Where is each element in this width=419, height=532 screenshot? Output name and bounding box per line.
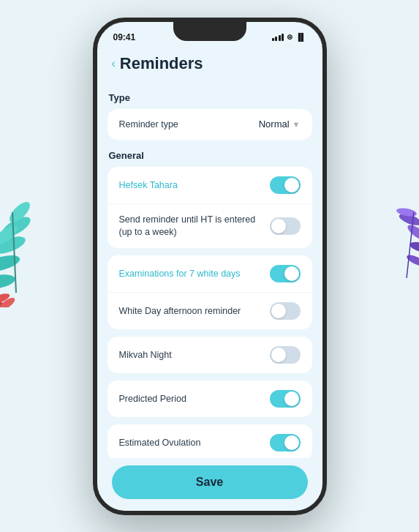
predicted-period-knob xyxy=(284,391,299,406)
page-title: Reminders xyxy=(120,54,203,73)
reminder-type-dropdown[interactable]: Normal ▼ xyxy=(259,119,301,130)
svg-line-6 xyxy=(12,212,16,293)
examinations-row: Examinations for 7 white days xyxy=(107,255,312,293)
svg-point-15 xyxy=(415,231,419,249)
send-reminder-label: Send reminder until HT is entered (up to… xyxy=(119,214,270,239)
status-time: 09:41 xyxy=(113,32,136,42)
phone-screen: 09:41 ⊜ ▐▌ ‹ Reminders Type Reminder typ… xyxy=(97,22,322,511)
predicted-period-card: Predicted Period xyxy=(107,381,312,417)
mikvah-night-label: Mikvah Night xyxy=(119,349,270,361)
general-card: Hefsek Tahara Send reminder until HT is … xyxy=(107,167,312,248)
examinations-toggle[interactable] xyxy=(270,265,301,282)
hefsek-tahara-knob xyxy=(284,178,299,192)
content-area[interactable]: Type Reminder type Normal ▼ General Hefs… xyxy=(97,82,322,511)
svg-point-12 xyxy=(409,240,419,255)
mikvah-night-row: Mikvah Night xyxy=(107,337,312,373)
general-section-label: General xyxy=(107,150,312,161)
examinations-label: Examinations for 7 white days xyxy=(119,268,270,280)
svg-point-5 xyxy=(0,222,20,249)
svg-point-11 xyxy=(405,222,419,243)
estimated-ovulation-label: Estimated Ovulation xyxy=(119,437,270,449)
send-reminder-toggle[interactable] xyxy=(270,217,301,235)
svg-line-16 xyxy=(407,212,414,278)
svg-point-2 xyxy=(0,252,21,275)
svg-point-7 xyxy=(0,292,11,306)
estimated-ovulation-toggle[interactable] xyxy=(270,434,301,452)
svg-point-8 xyxy=(0,301,5,307)
examinations-card: Examinations for 7 white days White Day … xyxy=(107,255,312,329)
svg-point-14 xyxy=(396,207,417,218)
header: ‹ Reminders xyxy=(97,48,322,82)
svg-point-1 xyxy=(0,233,28,257)
svg-point-10 xyxy=(398,211,419,228)
send-reminder-knob xyxy=(271,219,286,233)
type-section-label: Type xyxy=(107,92,312,103)
wifi-icon: ⊜ xyxy=(287,33,292,41)
reminder-type-row[interactable]: Reminder type Normal ▼ xyxy=(107,109,312,141)
svg-point-3 xyxy=(0,272,16,291)
white-day-knob xyxy=(271,304,286,318)
status-icons: ⊜ ▐▌ xyxy=(272,33,306,41)
estimated-ovulation-card: Estimated Ovulation xyxy=(107,424,312,461)
svg-point-4 xyxy=(7,199,34,226)
dropdown-arrow-icon: ▼ xyxy=(292,120,301,129)
svg-point-0 xyxy=(0,213,34,241)
predicted-period-toggle[interactable] xyxy=(270,390,301,408)
estimated-ovulation-row: Estimated Ovulation xyxy=(107,424,312,461)
white-day-label: White Day afternoon reminder xyxy=(119,305,270,318)
save-bar: Save xyxy=(97,458,322,511)
reminder-type-label: Reminder type xyxy=(119,119,259,131)
examinations-knob xyxy=(284,266,299,281)
battery-icon: ▐▌ xyxy=(295,33,306,41)
mikvah-night-toggle[interactable] xyxy=(270,346,301,364)
save-button[interactable]: Save xyxy=(112,465,308,499)
estimated-ovulation-knob xyxy=(284,435,299,450)
back-button[interactable]: ‹ xyxy=(112,57,116,70)
send-reminder-row: Send reminder until HT is entered (up to… xyxy=(107,204,312,248)
signal-icon xyxy=(272,34,284,41)
mikvah-card: Mikvah Night xyxy=(107,337,312,373)
svg-point-9 xyxy=(0,296,17,307)
predicted-period-row: Predicted Period xyxy=(107,381,312,417)
mikvah-night-knob xyxy=(271,348,286,362)
decorative-leaves-left xyxy=(0,190,45,310)
white-day-toggle[interactable] xyxy=(270,302,301,320)
reminder-type-value: Normal xyxy=(259,119,290,130)
hefsek-tahara-toggle[interactable] xyxy=(270,176,301,194)
hefsek-tahara-label: Hefsek Tahara xyxy=(119,179,270,192)
predicted-period-label: Predicted Period xyxy=(119,393,270,405)
notch xyxy=(173,22,246,41)
decorative-leaves-right xyxy=(381,205,419,296)
white-day-row: White Day afternoon reminder xyxy=(107,293,312,329)
phone-frame: 09:41 ⊜ ▐▌ ‹ Reminders Type Reminder typ… xyxy=(93,18,327,515)
hefsek-tahara-row: Hefsek Tahara xyxy=(107,167,312,204)
svg-point-13 xyxy=(405,253,419,269)
type-card: Reminder type Normal ▼ xyxy=(107,109,312,141)
